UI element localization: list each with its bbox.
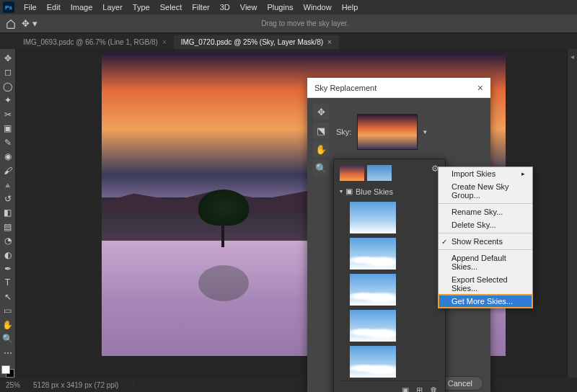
menu-import-skies[interactable]: Import Skies <box>439 167 532 180</box>
rect-tool-icon[interactable]: ▭ <box>1 305 14 317</box>
options-tip: Drag to move the sky layer. <box>38 19 573 27</box>
menu-append-default[interactable]: Append Default Skies... <box>439 251 532 273</box>
menu-window[interactable]: Window <box>299 3 337 12</box>
move-tool-icon[interactable]: ✥ <box>313 104 329 120</box>
history-brush-icon[interactable]: ↺ <box>1 192 14 205</box>
menu-create-sky-group[interactable]: Create New Sky Group... <box>439 180 532 202</box>
document-tab-active[interactable]: IMG_0720.psdc @ 25% (Sky, Layer Mask/8)× <box>174 35 339 49</box>
eyedropper-tool-icon[interactable]: ✎ <box>1 136 14 148</box>
new-preset-icon[interactable]: ⊞ <box>416 386 423 392</box>
menu-image[interactable]: Image <box>66 3 98 12</box>
menu-file[interactable]: File <box>19 3 42 12</box>
menu-3d[interactable]: 3D <box>215 3 235 12</box>
menu-show-recents[interactable]: Show Recents <box>439 235 532 248</box>
eraser-tool-icon[interactable]: ◧ <box>1 206 14 218</box>
dodge-tool-icon[interactable]: ◐ <box>1 249 14 261</box>
preset-thumb[interactable] <box>367 165 392 181</box>
document-dimensions: 5128 px x 3419 px (72 ppi) <box>33 381 118 389</box>
gradient-tool-icon[interactable]: ▤ <box>1 220 14 233</box>
path-tool-icon[interactable]: ↖ <box>1 290 14 303</box>
close-icon[interactable]: × <box>477 82 483 94</box>
preset-thumb[interactable] <box>350 346 396 378</box>
menu-rename-sky[interactable]: Rename Sky... <box>439 205 532 218</box>
tools-panel: ✥ ◻ ◯ ✦ ✂ ▣ ✎ ◉ 🖌 ⟁ ↺ ◧ ▤ ◔ ◐ ✒ T ↖ ▭ ✋ … <box>0 49 16 378</box>
preset-thumb[interactable] <box>350 202 396 233</box>
chevron-down-icon: ▾ <box>340 188 343 195</box>
menu-delete-sky[interactable]: Delete Sky... <box>439 218 532 231</box>
wand-tool-icon[interactable]: ✦ <box>1 94 14 106</box>
menu-get-more-skies[interactable]: Get More Skies... <box>439 295 532 308</box>
move-tool-icon[interactable]: ✥ ▾ <box>22 18 38 29</box>
folder-icon: ▣ <box>345 187 353 196</box>
trash-icon[interactable]: 🗑 <box>430 386 438 392</box>
close-icon[interactable]: × <box>327 38 332 46</box>
preset-thumb[interactable] <box>350 274 396 306</box>
marquee-tool-icon[interactable]: ◻ <box>1 66 14 78</box>
menu-export-selected[interactable]: Export Selected Skies... <box>439 273 532 295</box>
preset-thumb[interactable] <box>340 165 364 181</box>
collapsed-panels[interactable]: ◂ <box>567 49 577 378</box>
type-tool-icon[interactable]: T <box>1 277 14 289</box>
hand-tool-icon[interactable]: ✋ <box>313 141 329 157</box>
zoom-tool-icon[interactable]: 🔍 <box>313 160 329 176</box>
folder-label: Blue Skies <box>356 187 393 196</box>
sky-brush-icon[interactable]: ⬔ <box>313 122 329 138</box>
frame-tool-icon[interactable]: ▣ <box>1 122 14 134</box>
stamp-tool-icon[interactable]: ⟁ <box>1 178 14 190</box>
move-tool-icon[interactable]: ✥ <box>1 52 14 64</box>
preset-thumb[interactable] <box>350 238 396 270</box>
app-icon: Ps <box>3 1 14 13</box>
menu-view[interactable]: View <box>235 3 263 12</box>
blur-tool-icon[interactable]: ◔ <box>1 234 14 246</box>
heal-tool-icon[interactable]: ◉ <box>1 150 14 162</box>
preset-thumb[interactable] <box>350 310 396 342</box>
menu-layer[interactable]: Layer <box>97 3 128 12</box>
hand-tool-icon[interactable]: ✋ <box>1 318 14 331</box>
options-bar: ✥ ▾ Drag to move the sky layer. <box>0 14 577 33</box>
new-folder-icon[interactable]: ▣ <box>402 386 409 392</box>
color-swatch[interactable] <box>1 365 14 378</box>
document-tab[interactable]: IMG_0693.psdc @ 66.7% (Line 1, RGB/8)× <box>16 35 174 49</box>
dialog-titlebar[interactable]: Sky Replacement × <box>307 78 490 98</box>
preset-context-menu: Import Skies Create New Sky Group... Ren… <box>438 166 533 308</box>
zoom-level[interactable]: 25% <box>6 381 20 389</box>
sky-label: Sky: <box>336 128 351 136</box>
menu-edit[interactable]: Edit <box>42 3 66 12</box>
status-bar: 25% 5128 px x 3419 px (72 ppi) 〉 <box>0 378 577 392</box>
menu-plugins[interactable]: Plugins <box>262 3 298 12</box>
document-tabs: IMG_0693.psdc @ 66.7% (Line 1, RGB/8)× I… <box>0 33 577 49</box>
lasso-tool-icon[interactable]: ◯ <box>1 80 14 92</box>
menu-select[interactable]: Select <box>155 3 188 12</box>
home-icon[interactable] <box>4 17 17 30</box>
menu-bar: Ps File Edit Image Layer Type Select Fil… <box>0 0 577 14</box>
menu-type[interactable]: Type <box>128 3 155 12</box>
close-icon[interactable]: × <box>162 38 167 46</box>
dialog-title: Sky Replacement <box>314 84 376 92</box>
zoom-tool-icon[interactable]: 🔍 <box>1 333 14 345</box>
brush-tool-icon[interactable]: 🖌 <box>1 164 14 177</box>
menu-help[interactable]: Help <box>337 3 364 12</box>
sky-preset-picker: ⚙ ▾ ▣ Blue Skies ▣ ⊞ 🗑 <box>333 159 446 392</box>
menu-filter[interactable]: Filter <box>187 3 214 12</box>
sky-preset-thumb[interactable] <box>357 114 418 150</box>
crop-tool-icon[interactable]: ✂ <box>1 108 14 120</box>
chevron-down-icon[interactable]: ▾ <box>423 128 427 135</box>
folder-blue-skies[interactable]: ▾ ▣ Blue Skies <box>340 184 439 199</box>
edit-toolbar-icon[interactable]: ⋯ <box>1 347 14 359</box>
pen-tool-icon[interactable]: ✒ <box>1 262 14 275</box>
